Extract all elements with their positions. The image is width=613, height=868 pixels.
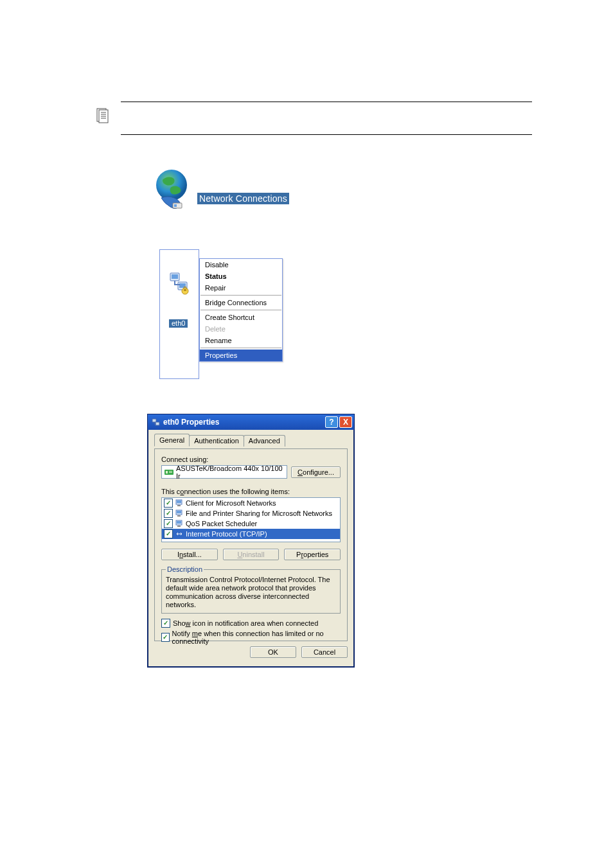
tab-advanced[interactable]: Advanced [244,435,285,447]
svg-rect-22 [177,500,181,503]
network-connections-label: Network Connections [197,193,289,204]
show-icon-checkbox[interactable]: ✓ [161,619,170,628]
svg-rect-14 [184,289,186,291]
connect-using-label: Connect using: [161,456,341,463]
description-group: Description Transmission Control Protoco… [161,565,341,614]
menu-delete: Delete [200,323,282,335]
service-icon [175,520,184,527]
install-button[interactable]: Install... [161,549,218,560]
svg-rect-15 [152,419,156,422]
close-button[interactable]: X [339,416,352,428]
svg-rect-23 [177,505,181,506]
item-label: File and Printer Sharing for Microsoft N… [186,509,332,517]
protocol-icon [175,530,184,538]
dialog-title: eth0 Properties [163,418,324,427]
titlebar[interactable]: eth0 Properties ? X [148,414,354,430]
items-listbox[interactable]: ✓ Client for Microsoft Networks ✓ File a… [161,497,341,542]
checkbox-icon[interactable]: ✓ [164,529,173,538]
context-menu: Disable Status Repair Bridge Connections… [199,258,283,362]
svg-rect-12 [179,283,186,288]
item-file-printer-sharing[interactable]: ✓ File and Printer Sharing for Microsoft… [162,508,340,518]
nic-icon [164,469,173,475]
notify-label: Notify me when this connection has limit… [172,630,341,645]
tab-panel-general: Connect using: ASUSTeK/Broadcom 440x 10/… [154,448,348,641]
connection-icon [169,272,191,296]
menu-properties[interactable]: Properties [200,350,282,361]
svg-rect-8 [174,204,177,207]
adapter-field[interactable]: ASUSTeK/Broadcom 440x 10/100 Ir [161,465,287,479]
checkbox-icon[interactable]: ✓ [164,509,173,518]
svg-rect-20 [169,472,172,473]
help-button[interactable]: ? [325,416,338,428]
item-label: Internet Protocol (TCP/IP) [186,530,267,538]
ok-button[interactable]: OK [250,646,296,658]
client-icon [175,499,184,507]
show-icon-label: Show icon in notification area when conn… [173,619,318,627]
tab-authentication[interactable]: Authentication [189,435,244,447]
menu-create-shortcut[interactable]: Create Shortcut [200,312,282,323]
item-qos-scheduler[interactable]: ✓ QoS Packet Scheduler [162,518,340,529]
uninstall-button: Uninstall [223,549,280,560]
item-label: QoS Packet Scheduler [186,520,257,527]
svg-rect-18 [166,471,168,474]
item-label: Client for Microsoft Networks [186,499,276,507]
tab-general[interactable]: General [154,434,190,447]
item-client-ms-networks[interactable]: ✓ Client for Microsoft Networks [162,498,340,508]
menu-rename[interactable]: Rename [200,335,282,346]
svg-rect-25 [177,511,181,513]
connection-name-label: eth0 [169,319,188,328]
properties-button[interactable]: Properties [284,549,341,560]
svg-point-6 [156,170,187,200]
checkbox-icon[interactable]: ✓ [164,519,173,528]
adapter-name: ASUSTeK/Broadcom 440x 10/100 Ir [176,465,284,480]
svg-rect-26 [177,515,181,517]
titlebar-icon [152,418,161,427]
network-connections-icon-group: Network Connections [151,167,318,231]
note-icon [96,108,109,125]
description-text: Transmission Control Protocol/Internet P… [166,576,336,609]
svg-rect-29 [177,526,181,527]
svg-rect-19 [169,471,172,472]
globe-icon [151,167,195,215]
item-tcpip[interactable]: ✓ Internet Protocol (TCP/IP) [162,529,340,539]
checkbox-icon[interactable]: ✓ [164,499,173,508]
menu-status[interactable]: Status [200,270,282,282]
menu-repair[interactable]: Repair [200,282,282,294]
eth0-properties-dialog: eth0 Properties ? X GeneralAuthenticatio… [147,414,355,668]
note-box [121,102,532,135]
notify-checkbox[interactable]: ✓ [161,633,170,642]
items-label: This connection uses the following items… [161,488,341,495]
description-legend: Description [166,565,204,573]
printer-icon [175,509,184,517]
configure-button[interactable]: Configure... [291,466,341,478]
menu-bridge-connections[interactable]: Bridge Connections [200,297,282,308]
svg-rect-10 [172,274,178,279]
cancel-button[interactable]: Cancel [301,646,348,658]
menu-disable[interactable]: Disable [200,259,282,270]
connection-tile[interactable]: eth0 [159,249,199,379]
svg-rect-28 [177,521,181,524]
